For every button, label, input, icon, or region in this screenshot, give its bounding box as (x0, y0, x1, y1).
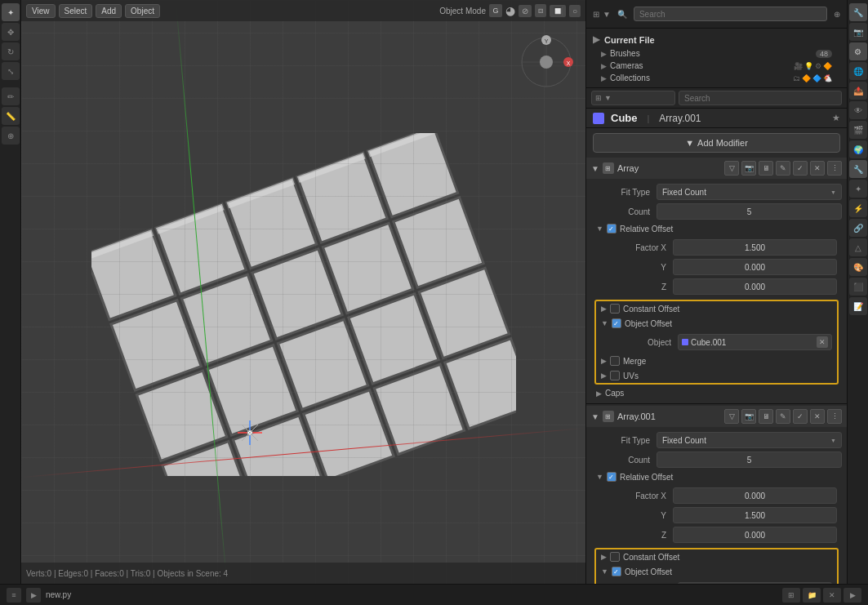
mod2-obj-checkbox[interactable] (612, 567, 621, 576)
strip-output[interactable]: 📤 (849, 82, 867, 100)
modifier1-object-offset-header[interactable]: ▼ Object Offset (596, 316, 837, 331)
modifier1-render[interactable]: 🖥 (759, 161, 773, 176)
outliner-search[interactable] (634, 7, 827, 21)
info-bar-icon2: ▶ (26, 588, 41, 603)
strip-tools[interactable]: 🔧 (849, 3, 867, 21)
modifier1-relative-offset-header[interactable]: ▼ Relative Offset (591, 221, 842, 236)
mod1-uvs-checkbox[interactable] (610, 371, 620, 380)
modifier1-fit-type-value[interactable]: Fixed Count (657, 184, 842, 200)
strip-constraints[interactable]: 🔗 (849, 219, 867, 237)
strip-scripting[interactable]: 📝 (849, 297, 867, 315)
modifier1-merge-header[interactable]: ▶ Merge (596, 354, 837, 368)
mod1-obj-checkbox[interactable] (612, 318, 621, 328)
mod2-rel-checkbox[interactable] (607, 472, 617, 482)
viewport-overlay[interactable]: ⊘ (519, 5, 532, 17)
mod2-rel-label: Relative Offset (620, 473, 673, 482)
modifier2-relative-offset-header[interactable]: ▼ Relative Offset (591, 469, 842, 484)
object-menu[interactable]: Object (125, 4, 160, 18)
modifier1-caps[interactable]: ▶ Caps (591, 386, 842, 400)
mod1-factor-x-value[interactable]: 1.500 (673, 239, 837, 256)
strip-view2[interactable]: 👁 (849, 101, 867, 119)
viewport-shading[interactable]: ◕ (505, 4, 515, 17)
mod1-object-row: Object Cube.001 ✕ (612, 332, 832, 352)
strip-physics[interactable]: ⚡ (849, 199, 867, 217)
file-item-brushes[interactable]: ▶ Brushes 48 (586, 47, 847, 60)
mod2-obj-expand: ▼ (601, 567, 608, 576)
modifier2-constant-offset-header[interactable]: ▶ Constant Offset (596, 549, 837, 564)
modifier1-filter[interactable]: ▽ (724, 161, 739, 176)
select-menu[interactable]: Select (59, 4, 93, 18)
mod1-object-field[interactable]: Cube.001 ✕ (678, 334, 832, 350)
info-grid-icon[interactable]: ⊞ (782, 588, 800, 603)
strip-world[interactable]: 🌍 (849, 140, 867, 158)
toolbar-add[interactable]: ⊕ (2, 127, 20, 145)
info-close-icon[interactable]: ✕ (823, 588, 841, 603)
strip-render[interactable]: 🌐 (849, 62, 867, 80)
xray-toggle[interactable]: ⧈ (535, 4, 546, 17)
modifier1-close[interactable]: ✕ (810, 161, 825, 176)
mod2-factor-y-value[interactable]: 1.500 (673, 507, 837, 523)
modifier1-cam[interactable]: 📷 (741, 161, 756, 176)
toolbar-scale[interactable]: ⤡ (2, 62, 20, 80)
modifier2-object-offset-header[interactable]: ▼ Object Offset (596, 564, 837, 579)
modifier2-cam[interactable]: 📷 (741, 409, 756, 424)
view-selector[interactable]: ⊞▼ (593, 10, 611, 19)
modifier2-close[interactable]: ✕ (810, 409, 825, 424)
modifier1-edit[interactable]: ✎ (776, 161, 790, 176)
modifier1-uvs-header[interactable]: ▶ UVs (596, 368, 837, 383)
strip-particles[interactable]: ✦ (849, 180, 867, 198)
modifier2-fit-type-value[interactable]: Fixed Count (657, 432, 842, 448)
strip-object-data[interactable]: △ (849, 238, 867, 256)
strip-modifier[interactable]: 🔧 (849, 160, 867, 178)
modifier2-expand[interactable]: ▼ (591, 412, 599, 421)
add-menu[interactable]: Add (96, 4, 122, 18)
modifier2-render[interactable]: 🖥 (759, 409, 773, 424)
info-play-icon[interactable]: ▶ (844, 588, 861, 603)
mod1-merge-checkbox[interactable] (610, 356, 620, 366)
modifier1-apply[interactable]: ✓ (793, 161, 808, 176)
mod1-obj-text: Cube.001 (691, 338, 814, 347)
outliner-filter-icons[interactable]: ⊕ (834, 10, 840, 19)
viewport-bottom: Verts:0 | Edges:0 | Faces:0 | Tris:0 | O… (21, 563, 585, 584)
toolbar-annotate[interactable]: ✏ (2, 87, 20, 105)
mod2-factor-z-value[interactable]: 0.000 (673, 527, 837, 543)
modifier2-menu[interactable]: ⋮ (827, 409, 842, 424)
file-item-cameras[interactable]: ▶ Cameras 🎥 💡 ⚙ 🔶 (586, 60, 847, 72)
modifier2-count-value[interactable]: 5 (657, 452, 842, 468)
toolbar-move[interactable]: ✥ (2, 23, 20, 41)
modifier-search[interactable] (679, 91, 842, 105)
toolbar-measure[interactable]: 📏 (2, 107, 20, 125)
mod1-rel-checkbox[interactable] (607, 224, 617, 234)
filter-selector[interactable]: 🔍 (617, 10, 627, 19)
mod1-obj-clear[interactable]: ✕ (817, 336, 828, 348)
modifier2-filter[interactable]: ▽ (724, 409, 739, 424)
strip-active[interactable]: ⚙ (849, 42, 867, 60)
modifier1-constant-offset-header[interactable]: ▶ Constant Offset (596, 301, 837, 316)
mod1-factor-y-value[interactable]: 0.000 (673, 259, 837, 275)
viewport-snap[interactable]: 🔲 (550, 5, 566, 17)
strip-texture[interactable]: ⬛ (849, 278, 867, 296)
strip-scene[interactable]: 🎬 (849, 121, 867, 139)
modifier1-expand[interactable]: ▼ (591, 164, 599, 173)
mod1-const-checkbox[interactable] (610, 304, 620, 314)
modifier1-menu[interactable]: ⋮ (827, 161, 842, 176)
nav-gizmo[interactable]: Y X (514, 29, 579, 95)
mod2-factor-x-value[interactable]: 0.000 (673, 487, 837, 504)
strip-view[interactable]: 📷 (849, 23, 867, 41)
modifier2-edit[interactable]: ✎ (776, 409, 790, 424)
modifier2-apply[interactable]: ✓ (793, 409, 808, 424)
view-menu[interactable]: View (26, 4, 56, 18)
info-view-icon[interactable]: 📁 (803, 588, 821, 603)
modifier1-count-value[interactable]: 5 (657, 203, 842, 220)
mod1-factor-z-value[interactable]: 0.000 (673, 278, 837, 295)
mod2-const-checkbox[interactable] (610, 552, 620, 562)
toolbar-select[interactable]: ✦ (2, 3, 20, 21)
strip-material[interactable]: 🎨 (849, 258, 867, 276)
viewport[interactable]: View Select Add Object Object Mode G ◕ ⊘… (21, 0, 585, 584)
global-local-toggle[interactable]: G (489, 4, 502, 17)
toolbar-rotate[interactable]: ↻ (2, 42, 20, 60)
add-modifier-button[interactable]: ▼ Add Modifier (593, 133, 840, 153)
file-item-collections[interactable]: ▶ Collections 🗂 🔶 🔷 🐔 (586, 72, 847, 84)
proportional-edit[interactable]: ○ (569, 5, 581, 17)
star-icon[interactable]: ★ (832, 113, 840, 123)
